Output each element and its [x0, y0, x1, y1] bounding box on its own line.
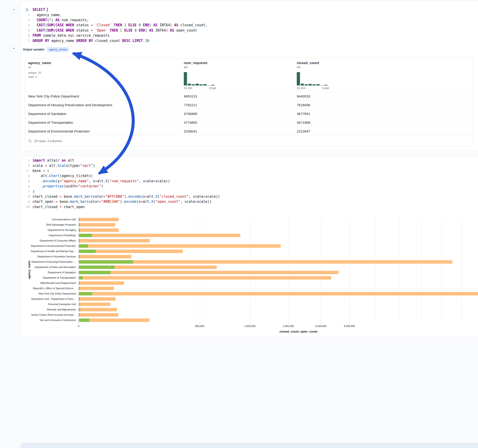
line-number: 4 [21, 24, 32, 27]
open-count-bar [79, 276, 83, 280]
line-number-text: 2 [27, 164, 31, 167]
code-token: (width [64, 184, 76, 188]
table-row[interactable]: Department of Transportation377489234719… [25, 118, 473, 127]
table-row[interactable]: New York City Police Department945313194… [25, 92, 473, 100]
line-number: 6 [21, 34, 32, 37]
code-line[interactable]: 10chart_closed + chart_open [21, 204, 478, 210]
column-type: str [28, 66, 177, 69]
code-token: "#FFC080" [105, 194, 124, 199]
histogram-min-label: 53,304 [184, 87, 192, 90]
column-histogram [297, 72, 329, 86]
code-token [141, 23, 143, 27]
code-token: * [49, 18, 51, 22]
y-axis-label: Personal Exemption Unit [21, 302, 76, 307]
code-token: ( [53, 28, 55, 32]
code-line[interactable]: 5 .encode(y="agency_name", x=alt.X("num_… [21, 179, 478, 184]
line-number: 1 [21, 159, 32, 162]
fold-toggle-icon[interactable]: ⌄ [29, 8, 31, 11]
code-token: "agency_name" [62, 179, 88, 183]
code-token: (color [91, 194, 103, 199]
table-row[interactable]: Department of Environmental Protection22… [25, 127, 473, 136]
code-line[interactable]: 2 agency_name, [21, 12, 478, 17]
y-axis-tick [77, 241, 78, 241]
output-variable-chip[interactable]: agency_tickets [47, 47, 69, 52]
code-token: ELSE [124, 28, 132, 32]
closed-count-bar [79, 218, 119, 221]
code-token: X [105, 179, 107, 183]
x-axis-tick [349, 323, 350, 324]
table-row[interactable]: Department of Housing Preservation and D… [25, 100, 473, 109]
code-token: (agency_tickets) [59, 174, 93, 178]
code-line[interactable]: 7) [21, 189, 478, 194]
closed-count-bar [79, 234, 240, 237]
code-token: = [78, 164, 81, 168]
code-token: "num_requests" [110, 179, 138, 183]
code-token: 1 [120, 28, 122, 32]
code-line[interactable]: 4 alt.Chart(agency_tickets) [21, 173, 478, 178]
add-cell-button-top[interactable]: + [11, 6, 17, 13]
code-line[interactable]: 3 COUNT(*) AS num_requests, [21, 18, 478, 23]
code-line[interactable]: 6 .properties(width="container") [21, 184, 478, 189]
code-line[interactable]: 9chart_open = base.mark_bar(color="#8BC3… [21, 199, 478, 204]
code-text: SELECT [32, 8, 48, 12]
code-token: "#8BC34A" [101, 199, 120, 204]
code-token: sample_data.nyc.service_requests [41, 33, 110, 37]
open-count-bar [79, 234, 92, 237]
open-count-bar [79, 249, 96, 253]
code-token: AS [55, 18, 59, 22]
histogram-bar [195, 84, 199, 86]
histogram-bar [308, 84, 312, 86]
code-token: alt. [147, 194, 155, 199]
table-cell: 3677651 [294, 112, 473, 116]
code-token: = [95, 179, 97, 183]
line-number-text: 6 [27, 34, 31, 37]
code-token [143, 39, 145, 43]
table-cell: 7782211 [181, 103, 294, 107]
y-axis-label: Department of Consumer Affairs [21, 238, 76, 243]
code-token: scale)) [197, 199, 211, 204]
chart-plot-area [79, 217, 478, 323]
code-token: = [91, 28, 93, 32]
open-count-bar [79, 239, 80, 243]
y-axis-tick [77, 299, 78, 299]
code-token: alt. [47, 164, 57, 168]
code-token: chart_open [32, 199, 55, 204]
y-axis-label: Mayorâ€ s Office of Special Enforce… [21, 286, 76, 291]
code-token: ) [101, 184, 103, 188]
y-axis-tick [77, 251, 78, 251]
code-line[interactable]: 4 CAST(SUM(CASE WHEN status = 'Closed' T… [21, 23, 478, 28]
add-cell-button-middle[interactable]: + [11, 45, 17, 52]
code-line[interactable]: 7GROUP BY agency_name ORDER BY closed_co… [21, 38, 478, 43]
line-number: 7 [21, 39, 32, 42]
line-number-text: 1 [25, 8, 29, 12]
column-header-num_requests[interactable]: num_requestsi6453,3049.5e6 [181, 58, 294, 92]
code-token: AS [153, 23, 157, 27]
code-token: = [103, 194, 105, 199]
y-axis-tick [77, 310, 78, 310]
code-token: CASE WHEN [55, 23, 74, 27]
search-icon[interactable] [28, 139, 32, 143]
python-code-editor[interactable]: 1import altair as alt2scale = alt.Scale(… [21, 156, 478, 210]
code-token: agency_name, [32, 13, 62, 17]
column-stat: nulls: 0 [28, 75, 177, 79]
fold-toggle-icon[interactable]: ⌄ [29, 170, 31, 172]
next-cell-preview[interactable] [21, 443, 478, 448]
code-line[interactable]: 6FROM sample_data.nyc.service_requests [21, 33, 478, 38]
line-number: 6 [21, 185, 32, 188]
table-row[interactable]: Department of Sanitation37494853677651 [25, 109, 473, 118]
code-line[interactable]: 5 CAST(SUM(CASE WHEN status = 'Open' THE… [21, 28, 478, 33]
code-line[interactable]: 1⌄SELECT [21, 7, 478, 12]
code-token: base [32, 169, 43, 173]
column-header-agency_name[interactable]: agency_namestrunique: 20nulls: 0 [25, 58, 181, 92]
code-line[interactable]: 2scale = alt.Scale(type="sqrt") [21, 163, 478, 168]
histogram-bar [203, 84, 207, 86]
code-line[interactable]: 3⌄base = ( [21, 168, 478, 173]
code-token: CAST [37, 28, 45, 32]
column-header-closed_count[interactable]: closed_counti6453,3049.4e6 [294, 58, 473, 92]
code-line[interactable]: 1import altair as alt [21, 158, 478, 163]
code-token: GROUP BY [32, 39, 49, 43]
code-line[interactable]: 8chart_closed = base.mark_bar(color="#FF… [21, 194, 478, 199]
code-token: encode [43, 179, 55, 183]
sql-code-editor[interactable]: 1⌄SELECT 2 agency_name,3 COUNT(*) AS num… [21, 1, 478, 43]
x-axis-label: 800,000 [187, 325, 212, 328]
